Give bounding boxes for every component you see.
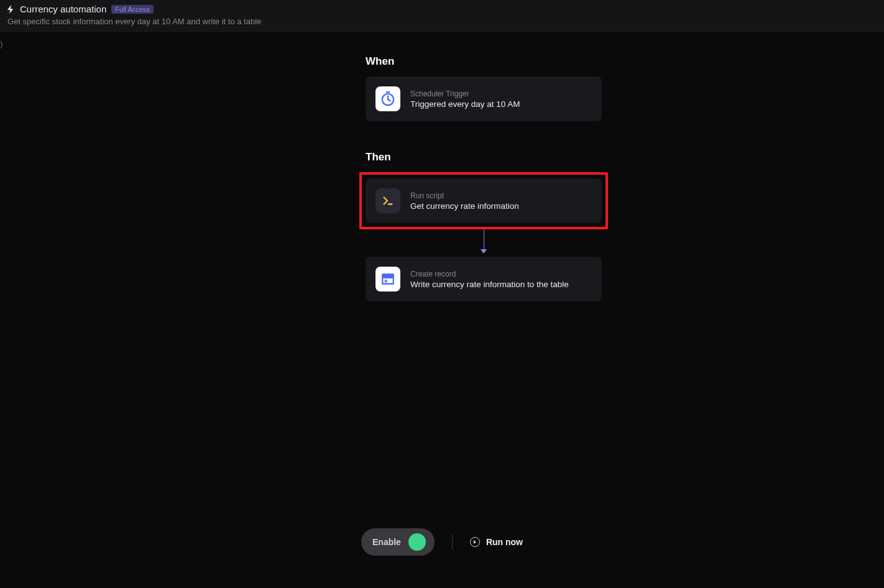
trigger-type: Scheduler Trigger bbox=[410, 90, 520, 98]
trigger-text: Scheduler Trigger Triggered every day at… bbox=[410, 90, 520, 109]
action-desc: Get currency rate information bbox=[410, 201, 519, 211]
svg-rect-7 bbox=[393, 278, 394, 285]
table-icon bbox=[375, 267, 400, 292]
enable-toggle[interactable]: Enable bbox=[361, 528, 435, 556]
run-now-label: Run now bbox=[486, 537, 523, 547]
action-card-run-script[interactable]: Run script Get currency rate information bbox=[366, 178, 602, 223]
flow-canvas[interactable]: ) When Scheduler Trigger Triggered every… bbox=[0, 32, 884, 586]
play-circle-icon bbox=[470, 537, 480, 547]
toggle-dot-icon bbox=[408, 533, 426, 551]
svg-rect-0 bbox=[386, 91, 390, 93]
action-card-create-record[interactable]: Create record Write currency rate inform… bbox=[366, 257, 602, 301]
svg-rect-6 bbox=[382, 278, 383, 285]
svg-rect-3 bbox=[382, 273, 394, 278]
footer-controls: Enable Run now bbox=[361, 528, 523, 556]
trigger-card[interactable]: Scheduler Trigger Triggered every day at… bbox=[366, 76, 602, 121]
page-header: Currency automation Full Access Get spec… bbox=[0, 0, 884, 32]
when-label: When bbox=[366, 55, 602, 68]
run-now-button[interactable]: Run now bbox=[470, 537, 523, 547]
automation-subtitle: Get specific stock information every day… bbox=[6, 17, 878, 26]
header-title-row: Currency automation Full Access bbox=[6, 4, 878, 14]
action-text: Run script Get currency rate information bbox=[410, 191, 519, 211]
connector-arrow-icon bbox=[481, 249, 487, 254]
action-text: Create record Write currency rate inform… bbox=[410, 270, 569, 289]
footer-divider bbox=[452, 535, 453, 549]
bolt-icon bbox=[6, 5, 15, 14]
timer-icon bbox=[375, 86, 400, 111]
then-label: Then bbox=[366, 151, 602, 163]
then-section: Then Run script Get currency rate inform… bbox=[366, 151, 602, 301]
svg-rect-5 bbox=[382, 283, 394, 285]
stray-paren: ) bbox=[0, 39, 2, 48]
action-desc: Write currency rate information to the t… bbox=[410, 280, 569, 289]
flow-container: When Scheduler Trigger Triggered every d… bbox=[366, 55, 602, 301]
automation-title: Currency automation bbox=[20, 4, 106, 14]
connector bbox=[366, 229, 602, 257]
trigger-desc: Triggered every day at 10 AM bbox=[410, 99, 520, 109]
terminal-icon bbox=[375, 188, 400, 213]
action-type: Create record bbox=[410, 270, 569, 278]
highlight-box: Run script Get currency rate information bbox=[359, 172, 608, 229]
access-badge: Full Access bbox=[111, 5, 154, 14]
enable-label: Enable bbox=[372, 537, 401, 547]
connector-line bbox=[484, 229, 484, 252]
action-type: Run script bbox=[410, 191, 519, 200]
